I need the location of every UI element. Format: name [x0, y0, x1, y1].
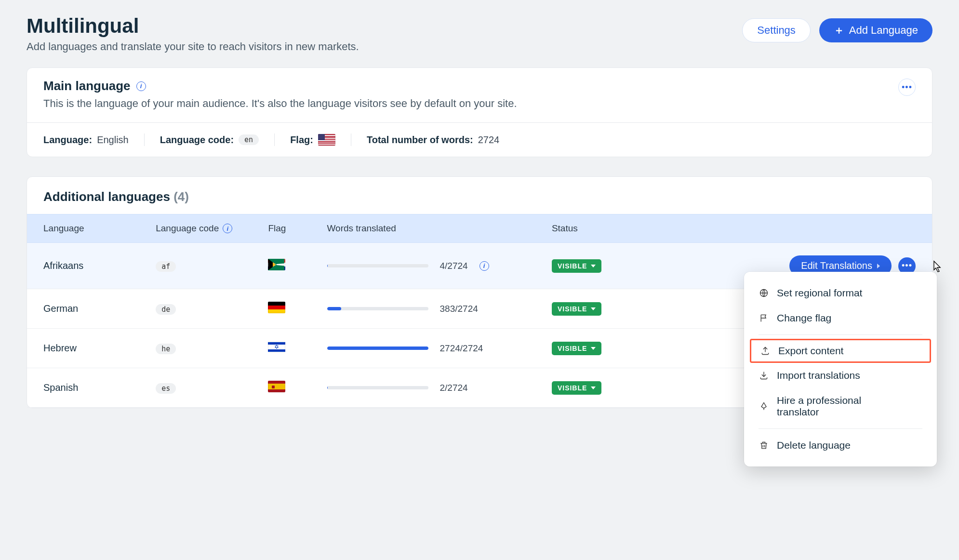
menu-change-flag[interactable]: Change flag	[744, 306, 937, 331]
chevron-down-icon	[591, 265, 596, 267]
info-icon[interactable]: i	[223, 224, 232, 233]
col-words-translated: Words translated	[327, 223, 552, 234]
chevron-down-icon	[591, 307, 596, 310]
main-language-subtitle: This is the language of your main audien…	[43, 97, 517, 110]
globe-icon	[759, 288, 769, 298]
status-badge[interactable]: VISIBLE	[552, 302, 601, 316]
flag-es-icon	[268, 381, 285, 392]
cell-language-code: es	[156, 383, 176, 394]
chevron-down-icon	[591, 387, 596, 389]
progress-bar	[327, 307, 428, 310]
value-language: English	[97, 134, 129, 146]
table-header: Language Language code i Flag Words tran…	[27, 214, 932, 243]
progress-text: 383/2724	[440, 304, 478, 314]
progress-bar	[327, 264, 428, 267]
cell-language: Hebrew	[43, 343, 156, 354]
additional-languages-card: Additional languages (4) Language Langua…	[27, 176, 932, 408]
progress-text: 2724/2724	[440, 343, 483, 354]
main-language-card: Main language i This is the language of …	[27, 67, 932, 157]
menu-delete-language[interactable]: Delete language	[744, 433, 937, 458]
flag-il-icon: ✡	[268, 341, 285, 353]
cell-language-code: de	[156, 304, 176, 315]
cell-language: Afrikaans	[43, 260, 156, 271]
flag-za-icon	[268, 259, 285, 270]
menu-separator	[759, 334, 922, 335]
import-icon	[759, 371, 769, 380]
additional-languages-count: (4)	[173, 189, 189, 204]
cell-words-translated: 4/2724 i	[327, 261, 552, 271]
col-language: Language	[43, 223, 156, 234]
cell-words-translated: 2/2724	[327, 383, 552, 393]
menu-separator	[759, 428, 922, 429]
flag-us-icon	[318, 134, 335, 146]
cell-language-code: af	[156, 261, 176, 272]
trash-icon	[759, 440, 769, 450]
main-language-title: Main language	[43, 79, 131, 93]
cell-language: Spanish	[43, 382, 156, 393]
col-flag: Flag	[268, 223, 327, 234]
page-header: Multilingual Add languages and translate…	[27, 14, 932, 53]
menu-export-content[interactable]: Export content	[750, 339, 931, 363]
progress-bar	[327, 386, 428, 389]
label-flag: Flag:	[290, 134, 313, 146]
table-row[interactable]: Afrikaans af 4/2724 i VISIBLE Edit Trans…	[27, 243, 932, 289]
flag-de-icon	[268, 302, 285, 313]
pen-icon	[759, 401, 769, 411]
value-total-words: 2724	[478, 134, 500, 146]
progress-bar	[327, 347, 428, 350]
settings-button[interactable]: Settings	[742, 18, 811, 42]
label-language: Language:	[43, 134, 92, 146]
add-language-label: Add Language	[849, 24, 918, 37]
separator	[144, 133, 145, 146]
status-badge[interactable]: VISIBLE	[552, 342, 601, 355]
flag-icon	[759, 313, 769, 323]
main-language-more-button[interactable]: •••	[898, 79, 916, 96]
export-icon	[760, 346, 771, 356]
add-language-button[interactable]: ＋ Add Language	[819, 18, 932, 42]
page-subtitle: Add languages and translate your site to…	[27, 40, 359, 53]
label-language-code: Language code:	[160, 134, 234, 146]
value-language-code: en	[239, 134, 259, 145]
cell-words-translated: 383/2724	[327, 304, 552, 314]
label-total-words: Total number of words:	[367, 134, 473, 146]
col-status: Status	[552, 223, 723, 234]
chevron-down-icon	[591, 347, 596, 350]
cell-language-code: he	[156, 344, 176, 354]
info-icon[interactable]: i	[480, 261, 489, 271]
info-icon[interactable]: i	[136, 81, 146, 91]
status-badge[interactable]: VISIBLE	[552, 381, 601, 395]
page-title: Multilingual	[27, 14, 359, 38]
menu-hire-translator[interactable]: Hire a professional translator	[744, 388, 937, 425]
status-badge[interactable]: VISIBLE	[552, 259, 601, 273]
chevron-right-icon	[877, 264, 880, 268]
menu-set-regional-format[interactable]: Set regional format	[744, 280, 937, 306]
separator	[351, 133, 351, 146]
separator	[274, 133, 275, 146]
progress-text: 2/2724	[440, 383, 468, 393]
row-actions-menu: Set regional format Change flag Export c…	[744, 272, 937, 467]
additional-languages-title: Additional languages	[43, 189, 170, 204]
col-language-code: Language code	[156, 223, 219, 234]
menu-import-translations[interactable]: Import translations	[744, 363, 937, 388]
plus-icon: ＋	[834, 23, 844, 38]
progress-text: 4/2724	[440, 261, 468, 271]
cell-language: German	[43, 303, 156, 314]
cell-words-translated: 2724/2724	[327, 343, 552, 354]
